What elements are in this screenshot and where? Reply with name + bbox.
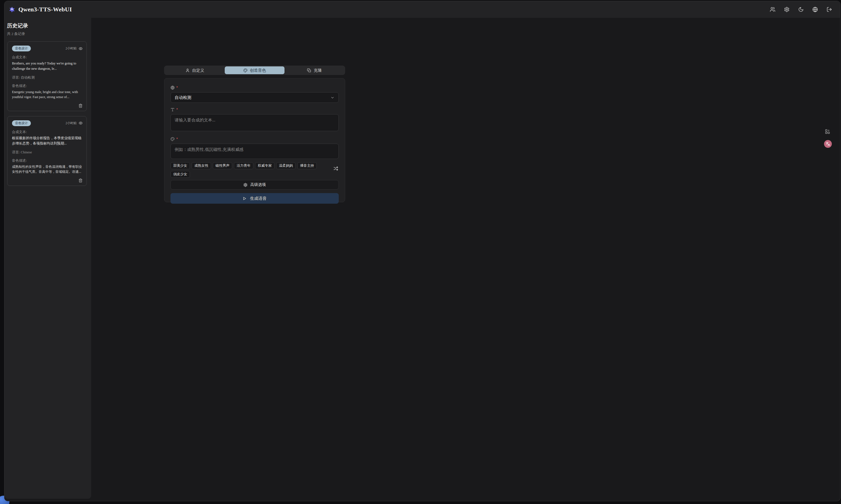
voice-tag[interactable]: 成熟女性 <box>192 162 211 169</box>
card-type-badge: 音色设计 <box>12 120 31 126</box>
view-eye-icon[interactable] <box>79 121 83 125</box>
synth-text-value: Brothers, are you ready? Today we're goi… <box>12 61 83 72</box>
language-select-value: 自动检测 <box>175 95 191 100</box>
card-timestamp: 2小时前 <box>66 47 77 51</box>
view-eye-icon[interactable] <box>79 47 83 51</box>
text-field-label: * <box>171 107 339 112</box>
voice-tag[interactable]: 磁性男声 <box>213 162 232 169</box>
copy-icon <box>307 68 311 73</box>
tab-custom[interactable]: 自定义 <box>165 67 225 74</box>
card-type-badge: 音色设计 <box>12 46 31 51</box>
history-title: 历史记录 <box>7 22 87 30</box>
preset-tags-area: 甜美少女 成熟女性 磁性男声 活力青年 权威专家 温柔妈妈 播音主持 俏皮少女 <box>171 162 339 178</box>
history-card[interactable]: 音色设计 2小时前 合成文本: Brothers, are you ready?… <box>7 41 87 111</box>
type-text-icon <box>171 108 175 112</box>
voice-tag[interactable]: 温柔妈妈 <box>276 162 296 169</box>
header: Qwen3-TTS-WebUI <box>4 1 420 18</box>
globe-icon <box>171 86 175 90</box>
voice-tag[interactable]: 甜美少女 <box>171 162 190 169</box>
tab-label: 创造音色 <box>250 68 266 73</box>
advanced-options-button[interactable]: 高级选项 <box>171 180 339 190</box>
chevron-down-icon <box>330 95 334 100</box>
shuffle-icon[interactable] <box>333 166 338 171</box>
tab-label: 克隆 <box>314 68 322 73</box>
language-value: 语言: 自动检测 <box>12 75 83 80</box>
delete-trash-icon[interactable] <box>78 178 83 183</box>
palette-icon <box>243 68 247 73</box>
create-voice-panel: * 自动检测 * * 甜美少女 成熟女性 <box>164 78 345 202</box>
user-icon <box>186 68 190 73</box>
required-marker: * <box>176 86 178 89</box>
voice-tag[interactable]: 权威专家 <box>255 162 274 169</box>
history-count: 共 2 条记录 <box>7 31 87 36</box>
voice-tag[interactable]: 播音主持 <box>297 162 317 169</box>
app-window: Qwen3-TTS-WebUI <box>4 1 420 252</box>
language-select[interactable]: 自动检测 <box>171 92 339 103</box>
advanced-options-label: 高级选项 <box>250 182 266 187</box>
language-value: 语言: Chinese <box>12 150 83 155</box>
voice-tag[interactable]: 活力青年 <box>234 162 253 169</box>
synth-text-label: 合成文本: <box>12 130 83 134</box>
card-timestamp: 2小时前 <box>66 121 77 125</box>
language-field-label: * <box>171 85 339 90</box>
play-icon <box>242 196 247 201</box>
voice-desc-label: 音色描述: <box>12 84 83 88</box>
qwen-logo-icon <box>8 6 16 13</box>
delete-trash-icon[interactable] <box>78 104 83 108</box>
tab-clone[interactable]: 克隆 <box>285 67 344 74</box>
history-card[interactable]: 音色设计 2小时前 合成文本: 根据最新的市场分析报告，本季度业绩呈现稳步增长态… <box>7 116 87 186</box>
tab-label: 自定义 <box>192 68 204 73</box>
voice-desc-value: 成熟知性的女性声音，音色温润饱满，带有职业女性的干练气质。音高中等，音域稳定。语… <box>12 164 83 175</box>
voice-description-input[interactable] <box>171 144 339 159</box>
synth-text-label: 合成文本: <box>12 55 83 60</box>
palette-icon <box>171 137 175 141</box>
voice-desc-label: 音色描述: <box>12 158 83 163</box>
voice-tag[interactable]: 俏皮少女 <box>171 171 190 178</box>
tab-create-voice[interactable]: 创造音色 <box>225 67 285 74</box>
brand: Qwen3-TTS-WebUI <box>4 6 72 13</box>
generate-speech-label: 生成语音 <box>250 196 267 201</box>
app-title: Qwen3-TTS-WebUI <box>18 6 72 13</box>
generate-speech-button[interactable]: 生成语音 <box>171 193 339 204</box>
synth-text-value: 根据最新的市场分析报告，本季度业绩呈现稳步增长态势，各项指标均达到预期... <box>12 136 83 146</box>
gear-icon <box>243 183 247 187</box>
synthesis-text-input[interactable] <box>171 114 339 131</box>
history-sidebar: 历史记录 共 2 条记录 音色设计 2小时前 合成文本: Brothers, a… <box>4 18 91 252</box>
voice-desc-field-label: * <box>171 137 339 141</box>
voice-desc-value: Energetic young male, bright and clear t… <box>12 89 83 100</box>
required-marker: * <box>176 138 178 140</box>
mode-tabbar: 自定义 创造音色 克隆 <box>164 66 345 75</box>
required-marker: * <box>176 108 178 111</box>
